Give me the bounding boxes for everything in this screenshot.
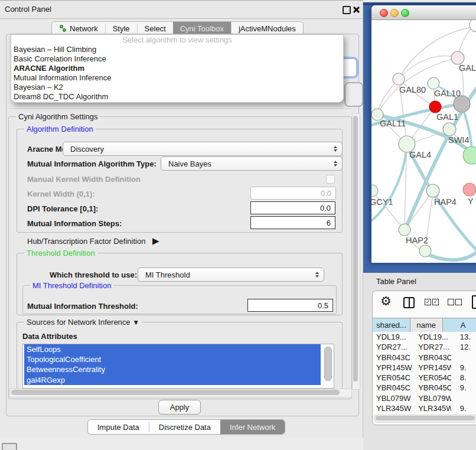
network-node-gal1[interactable] bbox=[429, 101, 441, 113]
data-attributes-list[interactable]: SelfLoopsTopologicalCoefficientBetweenne… bbox=[22, 344, 334, 389]
tab-select[interactable]: Select bbox=[138, 22, 173, 35]
network-node[interactable] bbox=[419, 245, 431, 257]
table-cell[interactable] bbox=[451, 353, 476, 363]
unchecked-checkbox-icon[interactable] bbox=[455, 299, 462, 305]
manual-kernel-label: Manual Kernel Width Definition bbox=[27, 175, 141, 184]
table-horizontal-scrollbar[interactable] bbox=[374, 415, 476, 423]
mi-type-combo[interactable]: Naive Bayes bbox=[161, 156, 343, 171]
table-row: YBR043CYBR043C bbox=[373, 353, 476, 363]
combo-arrows-icon bbox=[334, 146, 337, 152]
table-cell[interactable]: YPR145W bbox=[415, 363, 451, 373]
gear-icon[interactable]: ⚙ bbox=[380, 294, 392, 308]
unchecked-checkbox-icon[interactable] bbox=[448, 299, 454, 305]
tab-jactivemnodules[interactable]: jActiveMNodules bbox=[231, 22, 303, 35]
tab-cyni-toolbox[interactable]: Cyni Toolbox bbox=[173, 22, 231, 35]
tab-network[interactable]: Network bbox=[52, 22, 105, 35]
checked-checkbox-icon[interactable]: ✓ bbox=[432, 299, 439, 305]
data-attribute-item[interactable]: SelfLoops bbox=[24, 344, 321, 354]
algorithm-menu-item[interactable]: Bayesian – K2 bbox=[11, 83, 343, 92]
table-cell[interactable]: YBR045C bbox=[415, 383, 451, 393]
mi-steps-field[interactable]: 6 bbox=[250, 216, 335, 229]
network-node-gcy1[interactable] bbox=[371, 185, 378, 197]
table-cell[interactable]: YBR045C bbox=[373, 383, 415, 393]
new-column-icon[interactable] bbox=[472, 295, 476, 309]
table-cell[interactable]: YBR043C bbox=[415, 353, 451, 363]
network-node-gal80[interactable] bbox=[393, 73, 405, 85]
network-node-gal[interactable] bbox=[451, 51, 464, 64]
table-cell[interactable]: 12. bbox=[451, 342, 476, 352]
tab-discretize-data[interactable]: Discretize Data bbox=[149, 420, 220, 434]
network-node-label: GAL1 bbox=[436, 112, 458, 122]
tab-cyni-toolbox-label: Cyni Toolbox bbox=[180, 24, 224, 33]
table-cell[interactable]: YER054C bbox=[373, 373, 415, 383]
dpi-tolerance-field[interactable]: 0.0 bbox=[250, 201, 335, 214]
table-cell[interactable] bbox=[451, 393, 476, 403]
table-cell[interactable]: YDR27... bbox=[373, 342, 415, 352]
combo-arrows-icon bbox=[315, 272, 319, 278]
data-attribute-item[interactable]: BetweennessCentrality bbox=[24, 364, 321, 374]
aracne-mode-combo[interactable]: Discovery bbox=[63, 142, 343, 156]
network-edge[interactable] bbox=[371, 146, 407, 224]
close-window-icon[interactable] bbox=[380, 9, 388, 17]
network-window-titlebar[interactable] bbox=[371, 5, 476, 20]
network-node-hap2[interactable] bbox=[399, 224, 410, 236]
table-cell[interactable]: YDL19... bbox=[373, 332, 415, 342]
table-cell[interactable]: YER054C bbox=[415, 373, 451, 383]
network-node-y[interactable] bbox=[463, 183, 476, 196]
manual-kernel-checkbox[interactable] bbox=[326, 175, 335, 184]
algorithm-menu-item[interactable]: ARACNE Algorithm bbox=[11, 64, 343, 73]
close-panel-icon[interactable] bbox=[353, 6, 360, 14]
network-node[interactable] bbox=[454, 96, 470, 112]
attributes-list-scrollbar[interactable] bbox=[324, 347, 332, 381]
kernel-width-field[interactable]: 0.0 bbox=[250, 187, 336, 200]
table-cell[interactable]: YDR27... bbox=[415, 342, 451, 352]
table-cell[interactable]: YBL079W bbox=[373, 393, 415, 403]
hub-section-toggle[interactable]: Hub/Transcription Factor Definition ▶ bbox=[27, 236, 159, 246]
table-cell[interactable]: YDL19... bbox=[415, 332, 451, 342]
table-cell[interactable]: YLR345W bbox=[415, 403, 451, 413]
checked-checkbox-icon[interactable]: ✓ bbox=[425, 299, 431, 305]
settings-horizontal-scrollbar[interactable] bbox=[9, 389, 352, 397]
mi-threshold-field[interactable]: 0.5 bbox=[247, 299, 333, 312]
network-node[interactable] bbox=[470, 20, 476, 32]
mi-type-label: Mutual Information Algorithm Type: bbox=[27, 159, 157, 168]
network-node-gal10[interactable] bbox=[428, 77, 439, 89]
algorithm-menu-item[interactable]: Mutual Information Inference bbox=[11, 73, 343, 83]
network-node-hap4[interactable] bbox=[426, 184, 439, 197]
network-node-swi4[interactable] bbox=[443, 123, 456, 136]
table-row: YBR045CYBR045C9. bbox=[373, 383, 476, 393]
zoom-window-icon[interactable] bbox=[401, 9, 409, 17]
algorithm-menu-item[interactable]: Dream8 DC_TDC Algorithm bbox=[11, 92, 343, 102]
table-column-header[interactable]: shared... bbox=[373, 318, 410, 332]
tab-infer-network[interactable]: Infer Network bbox=[220, 420, 285, 434]
settings-vertical-scrollbar[interactable] bbox=[352, 113, 360, 390]
table-cell[interactable]: 13. bbox=[451, 332, 476, 342]
which-threshold-combo[interactable]: MI Threshold bbox=[138, 268, 324, 282]
apply-button[interactable]: Apply bbox=[158, 400, 201, 415]
tab-impute-data[interactable]: Impute Data bbox=[88, 420, 149, 434]
algorithm-dropdown-prompt: Select algorithm to view settings bbox=[11, 35, 343, 45]
apply-button-label: Apply bbox=[170, 403, 190, 412]
table-cell[interactable]: YBL079W bbox=[415, 393, 451, 403]
table-cell[interactable]: YBR043C bbox=[373, 353, 415, 363]
data-attribute-item[interactable]: TopologicalCoefficient bbox=[24, 354, 321, 364]
table-column-header[interactable]: name bbox=[410, 318, 443, 332]
network-canvas[interactable]: GALGAL80GAL10GAL1GAL11SWI4GAL4GCY1HAP4YH… bbox=[371, 20, 476, 263]
column-layout-icon[interactable] bbox=[403, 297, 415, 308]
algorithm-menu-item[interactable]: Bayesian – Hill Climbing bbox=[11, 45, 343, 54]
table-cell[interactable]: 8. bbox=[451, 373, 476, 383]
minimize-window-icon[interactable] bbox=[390, 9, 399, 17]
table-cell[interactable]: 9. bbox=[451, 363, 476, 373]
float-panel-icon[interactable] bbox=[343, 6, 351, 14]
tab-style[interactable]: Style bbox=[106, 22, 137, 35]
table-column-header[interactable]: A bbox=[443, 318, 476, 332]
algorithm-menu-item[interactable]: Basic Correlation Inference bbox=[11, 54, 343, 64]
table-cell[interactable]: YPR145W bbox=[373, 363, 415, 373]
mi-threshold-label: Mutual Information Threshold: bbox=[27, 302, 138, 311]
expanded-arrow-icon[interactable]: ▼ bbox=[132, 318, 139, 327]
table-cell[interactable]: 9. bbox=[451, 403, 476, 413]
corner-widget[interactable] bbox=[2, 443, 17, 450]
table-cell[interactable]: YLR345W bbox=[373, 403, 415, 413]
table-cell[interactable]: 9. bbox=[451, 383, 476, 393]
data-attribute-item[interactable]: gal4RGexp bbox=[24, 375, 321, 385]
